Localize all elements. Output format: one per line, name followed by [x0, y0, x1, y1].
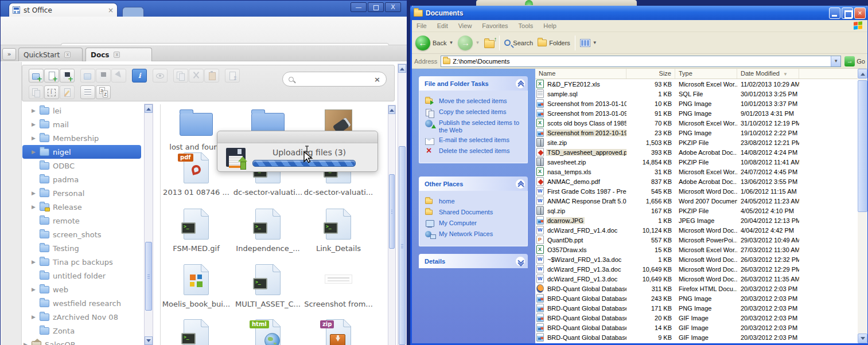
cut-button[interactable]: [189, 69, 204, 83]
expand-arrow-icon[interactable]: ▶: [32, 287, 36, 292]
scrollbar-thumb[interactable]: [145, 242, 152, 311]
file-row[interactable]: Screenshot from 2013-01-10 ...10 KBPNG I…: [535, 99, 867, 108]
tree-item-zonta[interactable]: Zonta: [22, 324, 143, 338]
pointer-button[interactable]: [111, 69, 126, 83]
grid-file[interactable]: Link_Details: [303, 209, 374, 253]
file-row[interactable]: ANMAC_demo.pdf837 KBAdobe Acrobat Doc...…: [535, 177, 867, 186]
grid-file[interactable]: Independence_...: [232, 209, 303, 253]
file-row[interactable]: BRD-Quant Global Database P...20 KBGIF I…: [535, 313, 867, 323]
select-region-button[interactable]: [44, 85, 59, 99]
search-input[interactable]: [298, 75, 369, 84]
menu-help[interactable]: Help: [543, 22, 556, 29]
file-row[interactable]: nasa_temps.xls31 KBMicrosoft Excel Wor..…: [535, 167, 867, 177]
grid-file[interactable]: FSM-MED.gif: [161, 209, 232, 253]
views-dropdown-icon[interactable]: ▼: [593, 40, 597, 45]
menu-view[interactable]: View: [458, 22, 472, 29]
more-tabs-button[interactable]: »: [2, 48, 16, 60]
column-header-type[interactable]: Type: [675, 69, 737, 79]
column-header-name[interactable]: Name: [535, 69, 626, 79]
file-row[interactable]: First Grade Colts 1987 - Premi...545 KBM…: [535, 186, 867, 196]
file-row[interactable]: ANMAC Response Draft 5.0.d...1,656 KBWor…: [535, 196, 867, 206]
file-row[interactable]: sample.sql1 KBSQL File30/01/2013 3:25 PM: [535, 89, 867, 99]
pane-header[interactable]: Details: [419, 254, 528, 268]
tree-item-screen-shots[interactable]: screen_shots: [22, 228, 143, 241]
back-dropdown-icon[interactable]: ▼: [449, 40, 453, 45]
tree-item-personal[interactable]: ▶Personal: [22, 186, 143, 200]
scroll-down-icon[interactable]: [145, 336, 153, 345]
folders-button[interactable]: Folders: [538, 40, 570, 46]
tree-item-odbc[interactable]: ODBC: [22, 159, 143, 172]
new-file-button[interactable]: [44, 69, 59, 83]
file-row[interactable]: BRD-Quant Global Database P...9 KBGIF Im…: [535, 332, 867, 342]
page-scrollbar[interactable]: [398, 64, 407, 345]
maximize-button[interactable]: [842, 7, 853, 19]
file-row[interactable]: dcWizard_FRD_v1.3a.doc10,649 KBMicrosoft…: [535, 264, 867, 274]
tree-item-membership[interactable]: ▶Membership: [22, 131, 143, 145]
expand-arrow-icon[interactable]: ▶: [24, 342, 28, 345]
tab-close-icon[interactable]: x: [114, 52, 120, 58]
tree-item-release[interactable]: ▶Release: [22, 200, 143, 214]
scroll-down-icon[interactable]: [858, 334, 867, 343]
tree-item-nigel[interactable]: ▶nigel: [22, 145, 141, 159]
file-row[interactable]: R&D_FYE2012.xls93 KBMicrosoft Excel Wor.…: [535, 79, 867, 89]
file-row[interactable]: savesheet.zip14,854 KBPKZIP File10/08/20…: [535, 157, 867, 167]
scroll-up-icon[interactable]: [388, 105, 395, 114]
task-link-copy-the-selected-items[interactable]: Copy the selected items: [425, 108, 525, 117]
scroll-up-icon[interactable]: [858, 69, 867, 79]
preview-eye-button[interactable]: [153, 69, 168, 83]
tree-item-untitled-folder[interactable]: untitled folder: [22, 269, 143, 283]
views-button[interactable]: ▼: [580, 39, 597, 47]
browser-titlebar[interactable]: st Office × — X: [1, 1, 407, 17]
search-clear-icon[interactable]: ×: [374, 75, 380, 84]
tree-item-mail[interactable]: ▶mail: [22, 117, 143, 131]
grid-file[interactable]: [161, 319, 232, 345]
grid-file[interactable]: Screenshot from...: [303, 264, 374, 308]
paste-button[interactable]: [204, 69, 219, 83]
file-row[interactable]: QuantDb.ppt557 KBMicrosoft PowerPoi...29…: [535, 235, 867, 245]
new-tab-button[interactable]: [122, 7, 144, 17]
scrollbar-thumb[interactable]: [858, 80, 867, 212]
pane-header[interactable]: File and Folder Tasks: [419, 76, 528, 91]
task-link-home[interactable]: home: [425, 198, 525, 206]
save-button[interactable]: [60, 69, 75, 83]
task-link-shared-documents[interactable]: Shared Documents: [425, 209, 525, 217]
copy-multiple-button[interactable]: [29, 85, 44, 99]
info-button[interactable]: [132, 69, 147, 83]
sort-alpha-button[interactable]: [96, 85, 111, 99]
forward-button[interactable]: → ▼: [458, 36, 480, 50]
close-button[interactable]: ×: [854, 7, 866, 19]
expand-arrow-icon[interactable]: ▶: [32, 259, 36, 265]
chevron-up-icon[interactable]: [515, 79, 526, 89]
expand-arrow-icon[interactable]: ▶: [32, 314, 36, 320]
task-link-my-network-places[interactable]: My Network Places: [425, 230, 525, 239]
expand-arrow-icon[interactable]: ▶: [32, 121, 36, 127]
browser-tab[interactable]: st Office ×: [9, 3, 118, 17]
grid-file[interactable]: Moelis_book_bui...: [161, 264, 232, 308]
task-link-my-computer[interactable]: My Computer: [425, 219, 525, 228]
duplicate-button[interactable]: [80, 69, 95, 83]
tree-item-zarchived-nov-08[interactable]: ▶zArchived Nov 08: [22, 310, 143, 324]
chevron-up-icon[interactable]: [515, 179, 526, 189]
file-row[interactable]: TSD_savesheet_approved.pdf393 KBAdobe Ac…: [535, 147, 867, 157]
file-row[interactable]: BRD-Quant Global Database P...311 KBFire…: [535, 284, 867, 293]
scroll-up-icon[interactable]: [398, 64, 406, 73]
app-tab-docs[interactable]: Docs x: [85, 48, 152, 61]
grid-file[interactable]: html: [232, 319, 303, 345]
task-link-e-mail-the-selected-items[interactable]: E-mail the selected items: [425, 136, 525, 145]
new-folder-button[interactable]: [29, 69, 44, 83]
go-button[interactable]: → Go: [844, 56, 865, 66]
scrollbar-thumb[interactable]: [399, 146, 406, 345]
file-row[interactable]: BRD-Quant Global Database P...14 KBGIF I…: [535, 323, 867, 332]
address-dropdown-button[interactable]: ▼: [831, 56, 840, 66]
save2-button[interactable]: [96, 69, 111, 83]
column-header-date-modified[interactable]: Date Modified▼: [737, 69, 799, 79]
tree-item-salesop[interactable]: ▶SalesOP: [22, 338, 143, 345]
expand-arrow-icon[interactable]: ▶: [32, 108, 36, 113]
file-row[interactable]: dcarrow.JPG1 KBJPEG Image20/04/2012 12:1…: [535, 215, 867, 225]
address-combo[interactable]: Z:\home\Documents ▼: [441, 56, 841, 67]
grid-file[interactable]: MULTI_ASSET_C...: [232, 264, 303, 308]
explorer-titlebar[interactable]: Documents ×: [410, 6, 868, 20]
tree-item-remote[interactable]: remote: [22, 214, 143, 228]
list-view-button[interactable]: [80, 85, 95, 99]
tree-item-tina-pc-backups[interactable]: ▶Tina pc backups: [22, 255, 143, 269]
